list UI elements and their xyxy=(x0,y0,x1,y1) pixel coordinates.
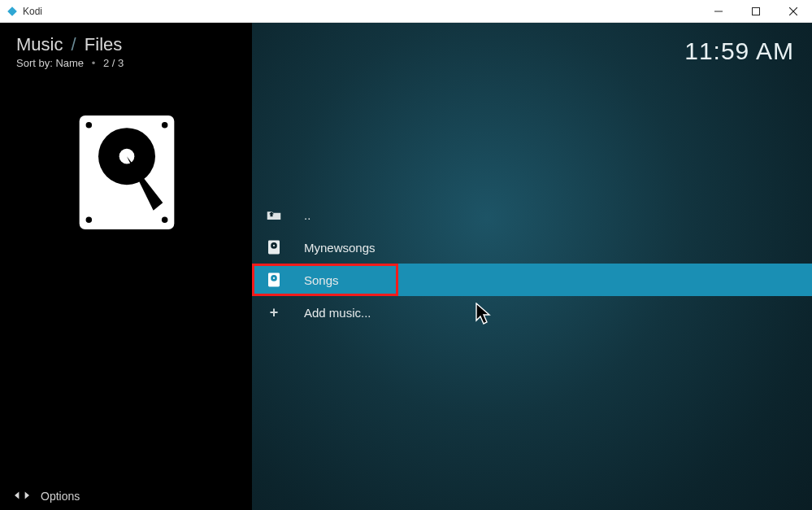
sort-dot-icon: • xyxy=(87,57,101,69)
svg-point-21 xyxy=(273,277,275,279)
svg-point-7 xyxy=(119,149,135,164)
sidebar: Music / Files Sort by: Name • 2 / 3 xyxy=(0,23,252,510)
window-title: Kodi xyxy=(23,6,42,17)
sort-line[interactable]: Sort by: Name • 2 / 3 xyxy=(0,55,252,69)
svg-rect-2 xyxy=(753,7,760,15)
maximize-button[interactable] xyxy=(737,0,775,22)
kodi-logo-icon xyxy=(7,6,18,17)
list-item-source-selected[interactable]: Songs xyxy=(252,264,812,296)
svg-point-18 xyxy=(273,245,275,246)
hdd-icon xyxy=(267,272,281,287)
list-item-source[interactable]: Mynewsongs xyxy=(252,231,812,264)
list-item-label: .. xyxy=(304,208,310,222)
file-list: .. Mynewsongs xyxy=(252,198,812,329)
clock: 11:59 AM xyxy=(684,37,794,65)
list-item-add-music[interactable]: + Add music... xyxy=(252,296,812,329)
breadcrumb-section[interactable]: Music xyxy=(16,34,63,54)
svg-point-12 xyxy=(162,217,167,223)
hdd-icon xyxy=(267,240,281,255)
folder-up-icon xyxy=(267,207,281,222)
breadcrumb-sub[interactable]: Files xyxy=(85,34,122,54)
list-item-up[interactable]: .. xyxy=(252,198,812,231)
window-controls xyxy=(700,0,812,22)
breadcrumb: Music / Files xyxy=(0,23,252,55)
svg-marker-14 xyxy=(25,491,29,499)
window-titlebar: Kodi xyxy=(0,0,812,23)
plus-icon: + xyxy=(267,305,281,320)
svg-point-9 xyxy=(86,122,92,128)
sort-label: Sort by: xyxy=(16,57,53,69)
app-body: Music / Files Sort by: Name • 2 / 3 xyxy=(0,23,812,510)
options-label: Options xyxy=(41,490,80,503)
svg-marker-13 xyxy=(15,491,19,499)
minimize-button[interactable] xyxy=(700,0,737,22)
svg-marker-0 xyxy=(7,7,17,16)
list-item-label: Mynewsongs xyxy=(304,241,376,255)
options-arrows-icon xyxy=(15,490,29,503)
options-button[interactable]: Options xyxy=(0,482,252,510)
svg-point-10 xyxy=(162,122,167,128)
content-area: 11:59 AM .. xyxy=(252,23,812,510)
close-button[interactable] xyxy=(775,0,812,22)
sort-value: Name xyxy=(55,57,84,69)
list-item-label: Add music... xyxy=(304,306,371,320)
breadcrumb-separator-icon: / xyxy=(68,34,80,54)
sort-position: 2 / 3 xyxy=(103,57,124,69)
svg-point-11 xyxy=(86,217,92,223)
preview-hdd-icon xyxy=(75,115,179,230)
list-item-label: Songs xyxy=(304,273,339,287)
